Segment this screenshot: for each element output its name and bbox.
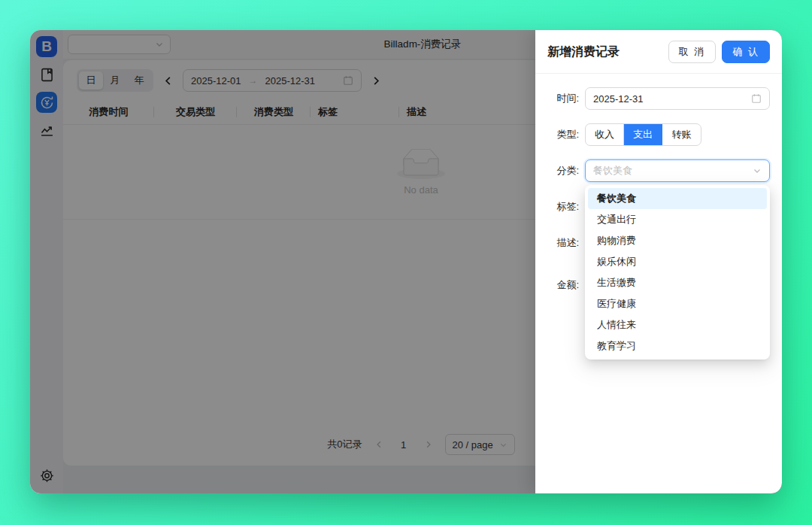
form-row-time: 时间: 2025-12-31 — [547, 87, 770, 110]
category-option[interactable]: 餐饮美食 — [588, 188, 767, 209]
drawer-form: 时间: 2025-12-31 类型: — [535, 74, 782, 493]
drawer-actions: 取 消 确 认 — [668, 41, 770, 63]
category-dropdown: 餐饮美食 交通出行 购物消费 娱乐休闲 生活缴费 医疗健康 人情往来 教育学习 — [585, 185, 770, 360]
type-option-income[interactable]: 收入 — [586, 124, 624, 145]
category-option[interactable]: 人情往来 — [588, 314, 767, 335]
category-option[interactable]: 生活缴费 — [588, 272, 767, 293]
category-placeholder: 餐饮美食 — [593, 164, 632, 178]
category-option[interactable]: 购物消费 — [588, 230, 767, 251]
cancel-button[interactable]: 取 消 — [668, 41, 717, 63]
add-record-drawer: 新增消费记录 取 消 确 认 时间: 2025-12-31 — [535, 30, 782, 493]
category-option[interactable]: 娱乐休闲 — [588, 251, 767, 272]
drawer-header: 新增消费记录 取 消 确 认 — [535, 30, 782, 74]
category-label: 分类: — [547, 159, 579, 182]
time-value: 2025-12-31 — [593, 93, 644, 105]
type-option-expense[interactable]: 支出 — [624, 124, 662, 145]
type-label: 类型: — [547, 123, 579, 146]
form-row-type: 类型: 收入 支出 转账 — [547, 123, 770, 146]
description-label: 描述: — [547, 232, 579, 254]
chevron-down-icon — [753, 166, 762, 175]
category-select[interactable]: 餐饮美食 — [585, 159, 770, 182]
category-option[interactable]: 交通出行 — [588, 209, 767, 230]
type-option-transfer[interactable]: 转账 — [662, 124, 701, 145]
time-date-picker[interactable]: 2025-12-31 — [585, 87, 770, 110]
tag-label: 标签: — [547, 196, 579, 218]
time-label: 时间: — [547, 87, 579, 110]
app-window: B — [30, 30, 782, 493]
drawer-title: 新增消费记录 — [547, 44, 620, 60]
form-row-category: 分类: 餐饮美食 餐饮美食 交通出行 购物消费 娱乐休闲 生活缴费 — [547, 159, 770, 182]
type-button-group: 收入 支出 转账 — [585, 123, 701, 146]
category-option[interactable]: 教育学习 — [588, 335, 767, 357]
calendar-icon — [751, 93, 762, 104]
category-option[interactable]: 医疗健康 — [588, 293, 767, 314]
amount-label: 金额: — [547, 274, 579, 296]
confirm-button[interactable]: 确 认 — [722, 41, 770, 63]
